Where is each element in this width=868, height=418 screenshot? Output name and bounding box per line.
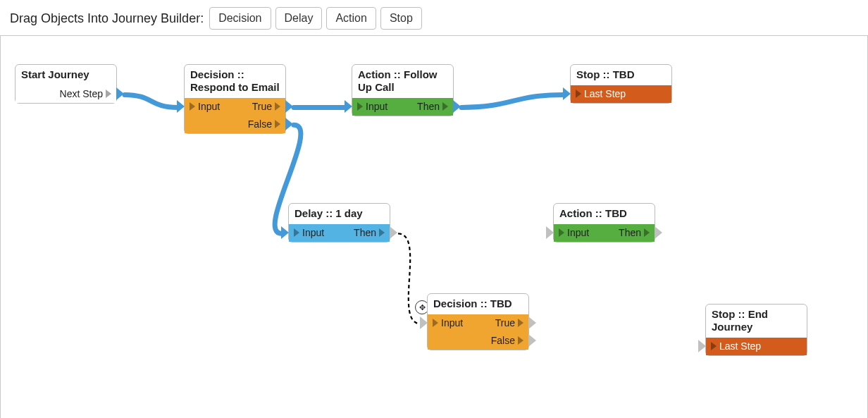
chevron-right-icon bbox=[644, 228, 650, 237]
connection[interactable] bbox=[125, 94, 178, 107]
output-socket-icon[interactable] bbox=[116, 87, 124, 100]
input-port-label: Input bbox=[366, 101, 388, 113]
output-port[interactable]: Then bbox=[354, 227, 385, 239]
output-port-label: True bbox=[495, 317, 515, 329]
input-socket-icon[interactable] bbox=[546, 226, 554, 239]
chevron-right-icon bbox=[106, 90, 111, 98]
input-port-label: Input bbox=[441, 317, 463, 329]
node-action[interactable]: Action :: Follow Up CallInputThen bbox=[352, 64, 454, 116]
output-port-label: Then bbox=[354, 227, 376, 239]
port-row: Next Step bbox=[16, 85, 116, 103]
input-port[interactable]: Last Step bbox=[711, 340, 761, 352]
output-socket-icon[interactable] bbox=[528, 334, 536, 347]
output-socket-icon[interactable] bbox=[390, 226, 397, 239]
journey-canvas[interactable]: Start JourneyNext StepDecision :: Respon… bbox=[0, 35, 868, 418]
chevron-right-icon bbox=[518, 319, 523, 327]
chevron-right-icon bbox=[433, 319, 438, 327]
input-socket-icon[interactable] bbox=[698, 340, 706, 352]
input-socket-icon[interactable] bbox=[177, 100, 185, 113]
action-node-title: Action :: Follow Up Call bbox=[352, 65, 453, 98]
palette-action-button[interactable]: Action bbox=[326, 7, 376, 30]
connection[interactable] bbox=[398, 233, 421, 324]
chevron-right-icon bbox=[275, 120, 280, 128]
chevron-right-icon bbox=[711, 342, 717, 350]
port-row: Last Step bbox=[706, 338, 807, 355]
node-stop[interactable]: Stop :: End JourneyLast Step bbox=[705, 304, 807, 356]
output-port[interactable]: Then bbox=[417, 101, 448, 113]
delay-node-title: Delay :: 1 day bbox=[289, 204, 390, 224]
node-stop[interactable]: Stop :: TBDLast Step bbox=[570, 64, 672, 104]
palette-delay-button[interactable]: Delay bbox=[275, 7, 323, 30]
port-row: InputTrue bbox=[185, 98, 285, 116]
output-socket-icon[interactable] bbox=[655, 226, 662, 239]
input-port[interactable]: Input bbox=[190, 101, 220, 113]
output-port-label: False bbox=[491, 335, 515, 347]
input-port-label: Input bbox=[567, 227, 589, 239]
action-node-title: Action :: TBD bbox=[554, 204, 655, 224]
connection[interactable] bbox=[461, 94, 564, 107]
output-port[interactable]: Next Step bbox=[60, 88, 111, 100]
palette-stop-button[interactable]: Stop bbox=[380, 7, 422, 30]
start-node-title: Start Journey bbox=[16, 65, 116, 85]
port-row: False bbox=[185, 116, 285, 133]
chevron-right-icon bbox=[357, 102, 363, 111]
chevron-right-icon bbox=[275, 102, 280, 111]
output-port[interactable]: True bbox=[252, 101, 280, 113]
chevron-right-icon bbox=[576, 90, 581, 98]
port-row: False bbox=[428, 332, 528, 350]
output-socket-icon[interactable] bbox=[528, 316, 536, 329]
output-port-label: False bbox=[248, 118, 272, 130]
input-socket-icon[interactable] bbox=[345, 100, 352, 113]
output-socket-icon[interactable] bbox=[285, 100, 293, 113]
input-port[interactable]: Last Step bbox=[576, 88, 626, 100]
node-action[interactable]: Action :: TBDInputThen bbox=[553, 203, 655, 242]
input-port-label: Input bbox=[198, 101, 220, 113]
input-port[interactable]: Input bbox=[294, 227, 324, 239]
input-socket-icon[interactable] bbox=[281, 226, 289, 239]
input-port-label: Last Step bbox=[719, 340, 761, 352]
stop-node-title: Stop :: End Journey bbox=[706, 305, 807, 338]
input-socket-icon[interactable] bbox=[563, 87, 571, 100]
node-start[interactable]: Start JourneyNext Step bbox=[15, 64, 117, 104]
input-port-label: Last Step bbox=[584, 88, 626, 100]
input-socket-icon[interactable] bbox=[420, 316, 428, 329]
output-port-label: True bbox=[252, 101, 272, 113]
input-port[interactable]: Input bbox=[357, 101, 388, 113]
input-port-label: Input bbox=[302, 227, 324, 239]
output-port[interactable]: False bbox=[491, 335, 523, 347]
input-port[interactable]: Input bbox=[433, 317, 463, 329]
output-port[interactable]: True bbox=[495, 317, 523, 329]
output-socket-icon[interactable] bbox=[285, 118, 293, 130]
stop-node-title: Stop :: TBD bbox=[571, 65, 671, 85]
toolbar-label: Drag Objects Into Journey Builder: bbox=[10, 11, 204, 26]
node-decision[interactable]: Decision :: Respond to EmailInputTrueFal… bbox=[184, 64, 286, 134]
output-port[interactable]: False bbox=[248, 118, 280, 130]
output-port[interactable]: Then bbox=[619, 227, 650, 239]
output-socket-icon[interactable] bbox=[453, 100, 461, 113]
node-delay[interactable]: Delay :: 1 dayInputThen bbox=[288, 203, 390, 242]
output-port-label: Next Step bbox=[60, 88, 103, 100]
output-port-label: Then bbox=[417, 101, 440, 113]
chevron-right-icon bbox=[442, 102, 448, 111]
palette-decision-button[interactable]: Decision bbox=[209, 7, 271, 30]
port-row: Last Step bbox=[571, 85, 671, 103]
decision-node-title: Decision :: Respond to Email bbox=[185, 65, 285, 98]
chevron-right-icon bbox=[518, 336, 523, 345]
port-row: InputThen bbox=[352, 98, 453, 116]
node-decision[interactable]: Decision :: TBDInputTrueFalse bbox=[427, 293, 529, 350]
output-port-label: Then bbox=[619, 227, 641, 239]
chevron-right-icon bbox=[190, 102, 195, 111]
chevron-right-icon bbox=[559, 228, 564, 237]
decision-node-title: Decision :: TBD bbox=[428, 294, 528, 314]
input-port[interactable]: Input bbox=[559, 227, 589, 239]
chevron-right-icon bbox=[379, 228, 385, 237]
port-row: InputTrue bbox=[428, 314, 528, 332]
toolbar: Drag Objects Into Journey Builder: Decis… bbox=[0, 0, 868, 35]
port-row: InputThen bbox=[289, 224, 390, 242]
chevron-right-icon bbox=[294, 228, 299, 237]
port-row: InputThen bbox=[554, 224, 655, 242]
